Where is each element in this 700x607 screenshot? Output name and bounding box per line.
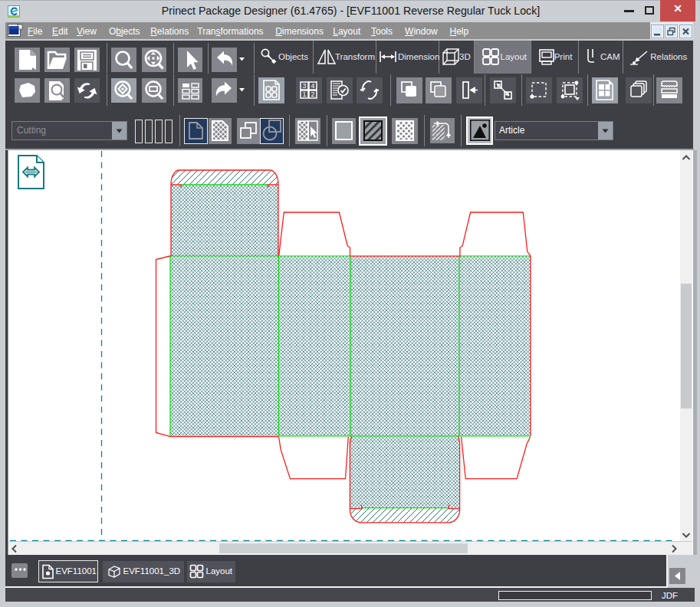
svg-text:3: 3 — [302, 82, 306, 90]
svg-text:2: 2 — [311, 90, 314, 98]
svg-text:4: 4 — [311, 82, 314, 90]
svg-text:1: 1 — [302, 90, 306, 98]
